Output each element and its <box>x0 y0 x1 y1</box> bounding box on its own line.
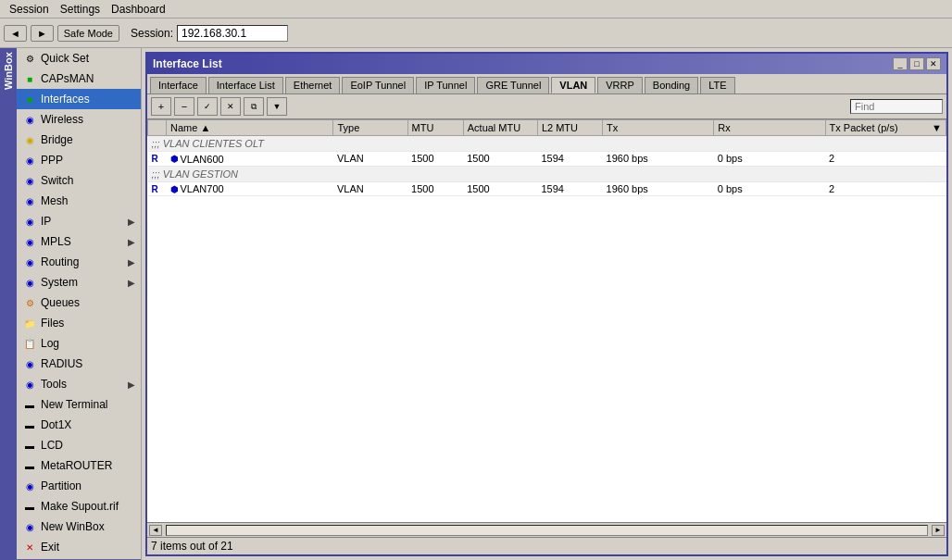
scroll-right-button[interactable]: ► <box>932 525 945 536</box>
window-minimize-button[interactable]: _ <box>893 57 908 70</box>
tab-vlan[interactable]: VLAN <box>551 77 595 93</box>
tab-interface-list[interactable]: Interface List <box>208 77 283 93</box>
tab-eoip-tunnel[interactable]: EoIP Tunnel <box>342 77 414 93</box>
remove-button[interactable]: − <box>174 97 194 116</box>
section-header-gestion-text: ;;; VLAN GESTION <box>148 166 946 181</box>
row-indicator-vlan600: R <box>148 152 167 167</box>
tab-vrrp[interactable]: VRRP <box>597 77 643 93</box>
sidebar-item-mesh[interactable]: ◉ Mesh <box>17 191 141 211</box>
menu-dashboard[interactable]: Dashboard <box>106 2 171 17</box>
sidebar-label-new-terminal: New Terminal <box>41 398 107 411</box>
vlan700-icon: ⬢ <box>170 184 179 194</box>
row-l2-mtu-vlan700: 1594 <box>537 181 602 196</box>
section-header-gestion: ;;; VLAN GESTION <box>148 166 946 181</box>
sidebar-item-quick-set[interactable]: ⚙ Quick Set <box>17 48 141 68</box>
safemode-button[interactable]: Safe Mode <box>57 25 119 42</box>
sidebar-item-interfaces[interactable]: ■ Interfaces <box>17 89 141 109</box>
find-box <box>850 99 943 114</box>
col-name[interactable]: Name ▲ <box>167 120 333 136</box>
sidebar-item-metarouter[interactable]: ▬ MetaROUTER <box>17 455 141 476</box>
sidebar-item-new-winbox[interactable]: ◉ New WinBox <box>17 516 141 537</box>
row-name-vlan600: ⬢ VLAN600 <box>167 152 333 167</box>
horizontal-scrollbar[interactable]: ◄ ► <box>147 522 946 537</box>
sidebar-item-lcd[interactable]: ▬ LCD <box>17 435 141 455</box>
sidebar-item-make-supout[interactable]: ▬ Make Supout.rif <box>17 496 141 516</box>
scroll-track[interactable] <box>166 525 928 536</box>
sidebar-item-system[interactable]: ◉ System ▶ <box>17 272 141 292</box>
tab-ip-tunnel[interactable]: IP Tunnel <box>416 77 475 93</box>
window-title-text: Interface List <box>153 57 222 70</box>
wireless-icon: ◉ <box>22 112 37 127</box>
col-tx[interactable]: Tx <box>603 120 714 136</box>
window-maximize-button[interactable]: □ <box>909 57 924 70</box>
menu-session[interactable]: Session <box>4 2 55 17</box>
sidebar-item-log[interactable]: 📋 Log <box>17 333 141 354</box>
sidebar-item-queues[interactable]: ⚙ Queues <box>17 292 141 313</box>
col-actual-mtu[interactable]: Actual MTU <box>463 120 537 136</box>
disable-button[interactable]: ✕ <box>220 97 241 116</box>
tab-interface[interactable]: Interface <box>150 77 207 93</box>
section-header-clientes-text: ;;; VLAN CLIENTES OLT <box>148 136 946 152</box>
tab-lte[interactable]: LTE <box>700 77 734 93</box>
row-l2-mtu-vlan600: 1594 <box>537 152 602 167</box>
tab-bonding[interactable]: Bonding <box>645 77 698 93</box>
sidebar-item-dot1x[interactable]: ▬ Dot1X <box>17 415 141 435</box>
routing-arrow-icon: ▶ <box>128 257 135 268</box>
session-label: Session: <box>131 27 173 40</box>
tab-gre-tunnel[interactable]: GRE Tunnel <box>477 77 549 93</box>
sidebar-label-make-supout: Make Supout.rif <box>41 500 119 513</box>
sidebar-item-routing[interactable]: ◉ Routing ▶ <box>17 252 141 272</box>
col-l2-mtu[interactable]: L2 MTU <box>537 120 602 136</box>
col-rx[interactable]: Rx <box>714 120 825 136</box>
quick-set-icon: ⚙ <box>22 51 37 66</box>
routing-icon: ◉ <box>22 255 37 269</box>
table-container[interactable]: Name ▲ Type MTU Actual MTU L2 MTU Tx Rx … <box>147 119 946 522</box>
menu-settings[interactable]: Settings <box>55 2 106 17</box>
copy-button[interactable]: ⧉ <box>244 97 264 116</box>
mpls-arrow-icon: ▶ <box>128 237 135 247</box>
window-title-buttons: _ □ ✕ <box>893 57 941 70</box>
sidebar-item-bridge[interactable]: ◉ Bridge <box>17 130 141 150</box>
sidebar-item-tools[interactable]: ◉ Tools ▶ <box>17 374 141 394</box>
partition-icon: ◉ <box>22 479 37 493</box>
sidebar-item-new-terminal[interactable]: ▬ New Terminal <box>17 394 141 415</box>
col-tx-packet[interactable]: Tx Packet (p/s) ▼ <box>825 120 946 136</box>
dot1x-icon: ▬ <box>22 417 37 432</box>
sidebar-item-exit[interactable]: ✕ Exit <box>17 537 141 557</box>
row-actual-mtu-vlan700: 1500 <box>463 181 537 196</box>
table-row-vlan700[interactable]: R ⬢ VLAN700 VLAN 1500 1500 1594 <box>148 181 946 196</box>
tab-ethernet[interactable]: Ethernet <box>285 77 341 93</box>
window-close-button[interactable]: ✕ <box>926 57 941 70</box>
col-type[interactable]: Type <box>333 120 407 136</box>
forward-button[interactable]: ► <box>31 25 54 42</box>
row-mtu-vlan600: 1500 <box>407 152 463 167</box>
interfaces-icon: ■ <box>22 92 37 106</box>
winbox-side-label[interactable]: WinBox <box>0 48 17 560</box>
add-button[interactable]: + <box>151 97 171 116</box>
back-button[interactable]: ◄ <box>4 25 27 42</box>
sidebar-label-exit: Exit <box>41 541 59 554</box>
enable-button[interactable]: ✓ <box>197 97 218 116</box>
mpls-icon: ◉ <box>22 234 37 249</box>
col-mtu[interactable]: MTU <box>407 120 463 136</box>
sidebar-item-capsman[interactable]: ■ CAPsMAN <box>17 68 141 89</box>
sidebar-item-files[interactable]: 📁 Files <box>17 313 141 333</box>
sidebar-item-ip[interactable]: ◉ IP ▶ <box>17 211 141 231</box>
vlan600-icon: ⬢ <box>170 154 179 164</box>
scroll-left-button[interactable]: ◄ <box>149 525 162 536</box>
sidebar-item-wireless[interactable]: ◉ Wireless <box>17 109 141 130</box>
sidebar-item-ppp[interactable]: ◉ PPP <box>17 150 141 170</box>
row-rx-vlan700: 0 bps <box>714 181 825 196</box>
sidebar-item-partition[interactable]: ◉ Partition <box>17 476 141 496</box>
filter-button[interactable]: ▼ <box>267 97 287 116</box>
sidebar-label-tools: Tools <box>41 378 67 391</box>
sidebar-item-mpls[interactable]: ◉ MPLS ▶ <box>17 231 141 252</box>
find-input[interactable] <box>850 99 943 114</box>
sidebar-item-radius[interactable]: ◉ RADIUS <box>17 354 141 374</box>
table-row-vlan600[interactable]: R ⬢ VLAN600 VLAN 1500 1500 1594 <box>148 152 946 167</box>
switch-icon: ◉ <box>22 173 37 188</box>
col-indicator[interactable] <box>148 120 167 136</box>
filter-col-icon[interactable]: ▼ <box>932 122 942 133</box>
sidebar-item-switch[interactable]: ◉ Switch <box>17 170 141 191</box>
sidebar-label-mpls: MPLS <box>41 235 71 248</box>
